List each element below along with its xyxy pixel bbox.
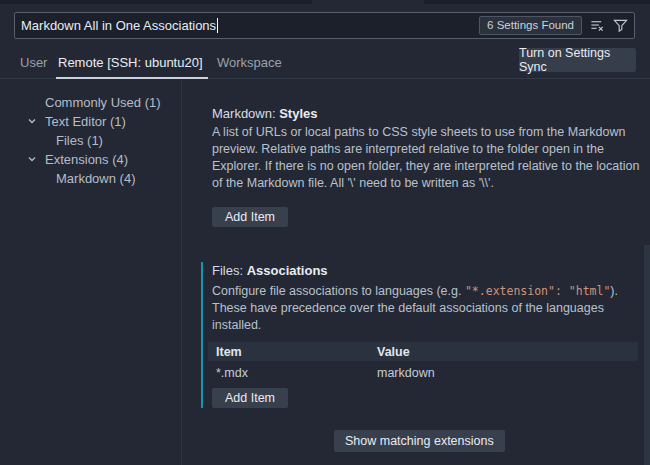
add-item-button-markdown-styles[interactable]: Add Item	[212, 207, 288, 227]
toc-item-commonly-used[interactable]: Commonly Used (1)	[0, 93, 181, 112]
inline-code-snippet: "*.extension": "html"	[465, 284, 610, 298]
table-header-item: Item	[208, 345, 377, 359]
toc-settings-divider[interactable]	[181, 80, 182, 465]
tab-remote-ssh[interactable]: Remote [SSH: ubuntu20]	[58, 55, 203, 70]
active-tab-underline	[56, 77, 208, 79]
show-matching-extensions-button[interactable]: Show matching extensions	[334, 430, 505, 452]
chevron-down-icon	[27, 154, 37, 164]
text-caret	[217, 18, 218, 33]
setting-title-files-associations: Files: Associations	[212, 263, 328, 279]
setting-description-files-associations: Configure file associations to languages…	[212, 283, 648, 334]
table-header-value: Value	[377, 345, 638, 359]
settings-found-badge: 6 Settings Found	[479, 16, 582, 35]
setting-description-markdown-styles: A list of URLs or local paths to CSS sty…	[212, 124, 648, 192]
setting-modified-indicator	[201, 262, 203, 408]
table-row[interactable]: *.mdx markdown	[208, 361, 638, 385]
chevron-down-icon	[27, 116, 37, 126]
table-cell-item: *.mdx	[208, 366, 377, 380]
tab-workspace[interactable]: Workspace	[217, 55, 282, 70]
toc-item-text-editor[interactable]: Text Editor (1)	[0, 112, 181, 131]
search-input-value: Markdown All in One Associations	[21, 18, 216, 33]
settings-search-input[interactable]: Markdown All in One Associations 6 Setti…	[14, 12, 635, 39]
editor-tabbar-edge	[0, 0, 312, 4]
turn-on-settings-sync-button[interactable]: Turn on Settings Sync	[519, 48, 636, 72]
toc-item-files[interactable]: Files (1)	[0, 131, 181, 150]
table-cell-value: markdown	[377, 366, 638, 380]
add-item-button-files-associations[interactable]: Add Item	[212, 388, 288, 408]
clear-settings-search-results-icon[interactable]	[589, 18, 605, 34]
file-associations-table: Item Value *.mdx markdown	[208, 342, 638, 385]
toc-item-extensions[interactable]: Extensions (4)	[0, 150, 181, 169]
settings-scope-tabs: User Remote [SSH: ubuntu20] Workspace Tu…	[0, 48, 650, 79]
setting-title-markdown-styles: Markdown: Styles	[212, 106, 318, 122]
editor-tabbar-edge	[424, 0, 650, 4]
toc-item-markdown[interactable]: Markdown (4)	[0, 169, 181, 188]
vertical-scrollbar-thumb[interactable]	[644, 245, 650, 465]
filter-funnel-icon[interactable]	[612, 18, 628, 34]
table-header-row: Item Value	[208, 342, 638, 361]
tab-user[interactable]: User	[20, 55, 47, 70]
